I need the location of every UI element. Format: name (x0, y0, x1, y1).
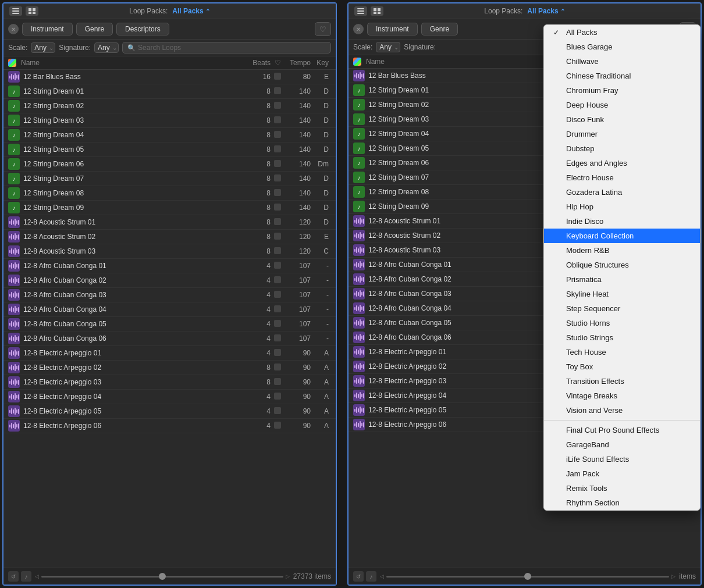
row-heart-btn[interactable] (271, 204, 285, 212)
table-row[interactable]: 12-8 Electric Arpeggio 06490A (3, 419, 336, 433)
dropdown-item-oblique-structures[interactable]: Oblique Structures (544, 258, 700, 272)
right-volume-slider[interactable]: ◁ ▷ (380, 573, 675, 579)
table-row[interactable]: ♪12 String Dream 088140D (3, 186, 336, 201)
dropdown-item-disco-funk[interactable]: Disco Funk (544, 112, 700, 127)
right-scale-select[interactable]: Any (376, 42, 400, 52)
table-row[interactable]: 12 Bar Blues Bass1680E (3, 70, 336, 84)
row-heart-btn[interactable] (271, 189, 285, 198)
dropdown-item-dubstep[interactable]: Dubstep (544, 141, 700, 156)
dropdown-item-vintage-breaks[interactable]: Vintage Breaks (544, 389, 700, 403)
row-heart-btn[interactable] (271, 174, 285, 183)
dropdown-item-modern-r&b[interactable]: Modern R&B (544, 243, 700, 258)
dropdown-item-hip-hop[interactable]: Hip Hop (544, 199, 700, 214)
dropdown-item-blues-garage[interactable]: Blues Garage (544, 40, 700, 54)
table-row[interactable]: ♪12 String Dream 078140D (3, 172, 336, 186)
dropdown-item-remix-tools[interactable]: Remix Tools (544, 481, 700, 496)
dropdown-item-vision-and-verse[interactable]: Vision and Verse (544, 403, 700, 418)
left-loop-icon[interactable]: ↺ (8, 571, 19, 582)
table-row[interactable]: ♪12 String Dream 038140D (3, 113, 336, 128)
right-loop-packs-value[interactable]: All Packs ⌃ (527, 7, 564, 15)
dropdown-item-edges-and-angles[interactable]: Edges and Angles (544, 156, 700, 170)
row-heart-btn[interactable] (271, 73, 285, 81)
table-row[interactable]: 12-8 Acoustic Strum 028120E (3, 230, 336, 244)
table-row[interactable]: 12-8 Electric Arpeggio 05490A (3, 404, 336, 419)
table-row[interactable]: ♪12 String Dream 018140D (3, 84, 336, 99)
dropdown-item-studio-horns[interactable]: Studio Horns (544, 316, 700, 330)
row-heart-btn[interactable] (271, 160, 285, 169)
dropdown-item-deep-house[interactable]: Deep House (544, 98, 700, 112)
table-row[interactable]: ♪12 String Dream 028140D (3, 99, 336, 113)
row-heart-btn[interactable] (271, 247, 285, 256)
dropdown-item-keyboard-collection[interactable]: Keyboard Collection (544, 229, 700, 243)
table-row[interactable]: 12-8 Electric Arpeggio 04490A (3, 390, 336, 404)
row-heart-btn[interactable] (271, 422, 285, 430)
dropdown-item-studio-strings[interactable]: Studio Strings (544, 330, 700, 345)
left-scale-select[interactable]: Any (31, 42, 55, 53)
left-search-box[interactable]: 🔍 Search Loops (122, 42, 331, 54)
row-heart-btn[interactable] (271, 276, 285, 285)
dropdown-item-drummer[interactable]: Drummer (544, 127, 700, 141)
table-row[interactable]: 12-8 Acoustic Strum 038120C (3, 244, 336, 259)
dropdown-item-tech-house[interactable]: Tech House (544, 345, 700, 359)
right-close-btn[interactable]: ✕ (353, 24, 364, 34)
table-row[interactable]: 12-8 Afro Cuban Conga 044107- (3, 302, 336, 317)
left-close-btn[interactable]: ✕ (8, 24, 19, 34)
table-row[interactable]: ♪12 String Dream 098140D (3, 201, 336, 215)
left-volume-icon[interactable]: ♪ (21, 571, 31, 582)
row-heart-btn[interactable] (271, 291, 285, 300)
right-icon-btn-1[interactable] (354, 6, 367, 16)
row-heart-btn[interactable] (271, 364, 285, 372)
right-loop-icon[interactable]: ↺ (353, 571, 364, 582)
row-heart-btn[interactable] (271, 320, 285, 329)
row-heart-btn[interactable] (271, 116, 285, 125)
table-row[interactable]: 12-8 Acoustic Strum 018120D (3, 215, 336, 230)
dropdown-item-final-cut-pro-sound-effects[interactable]: Final Cut Pro Sound Effects (544, 423, 700, 437)
row-heart-btn[interactable] (271, 349, 285, 358)
right-scale-wrapper[interactable]: Any (376, 42, 400, 52)
row-heart-btn[interactable] (271, 334, 285, 343)
dropdown-item-chinese-traditional[interactable]: Chinese Traditional (544, 69, 700, 83)
left-signature-wrapper[interactable]: Any (94, 42, 119, 53)
dropdown-item-gozadera-latina[interactable]: Gozadera Latina (544, 185, 700, 199)
left-signature-select[interactable]: Any (94, 42, 119, 53)
right-icon-btn-2[interactable] (371, 6, 383, 16)
row-heart-btn[interactable] (271, 145, 285, 154)
row-heart-btn[interactable] (271, 87, 285, 96)
right-instrument-btn[interactable]: Instrument (367, 23, 418, 35)
table-row[interactable]: ♪12 String Dream 058140D (3, 142, 336, 157)
row-heart-btn[interactable] (271, 407, 285, 416)
dropdown-item-electro-house[interactable]: Electro House (544, 170, 700, 185)
left-icon-btn-1[interactable] (9, 6, 22, 16)
left-icon-btn-2[interactable] (26, 6, 38, 16)
right-slider-track[interactable] (386, 576, 669, 578)
table-row[interactable]: 12-8 Afro Cuban Conga 014107- (3, 259, 336, 273)
dropdown-item-skyline-heat[interactable]: Skyline Heat (544, 287, 700, 301)
right-volume-icon[interactable]: ♪ (366, 571, 376, 582)
dropdown-item-step-sequencer[interactable]: Step Sequencer (544, 301, 700, 316)
dropdown-item-chromium-fray[interactable]: Chromium Fray (544, 83, 700, 98)
table-row[interactable]: 12-8 Afro Cuban Conga 034107- (3, 288, 336, 302)
row-heart-btn[interactable] (271, 218, 285, 227)
table-row[interactable]: ♪12 String Dream 068140Dm (3, 157, 336, 172)
row-heart-btn[interactable] (271, 262, 285, 270)
right-slider-thumb[interactable] (524, 573, 531, 580)
row-heart-btn[interactable] (271, 131, 285, 140)
table-row[interactable]: 12-8 Electric Arpeggio 03890A (3, 375, 336, 390)
dropdown-item-jam-pack[interactable]: Jam Pack (544, 466, 700, 481)
left-volume-slider[interactable]: ◁ ▷ (35, 573, 290, 579)
row-heart-btn[interactable] (271, 305, 285, 314)
left-instrument-btn[interactable]: Instrument (22, 23, 73, 35)
dropdown-item-transition-effects[interactable]: Transition Effects (544, 374, 700, 389)
table-row[interactable]: 12-8 Afro Cuban Conga 024107- (3, 273, 336, 288)
table-row[interactable]: ♪12 String Dream 048140D (3, 128, 336, 142)
dropdown-item-chillwave[interactable]: Chillwave (544, 54, 700, 69)
right-genre-btn[interactable]: Genre (421, 23, 458, 35)
dropdown-item-garageband[interactable]: GarageBand (544, 437, 700, 452)
dropdown-item-indie-disco[interactable]: Indie Disco (544, 214, 700, 229)
left-slider-thumb[interactable] (159, 573, 166, 580)
row-heart-btn[interactable] (271, 393, 285, 401)
row-heart-btn[interactable] (271, 102, 285, 111)
left-genre-btn[interactable]: Genre (76, 23, 113, 35)
table-row[interactable]: 12-8 Afro Cuban Conga 054107- (3, 317, 336, 332)
row-heart-btn[interactable] (271, 378, 285, 387)
